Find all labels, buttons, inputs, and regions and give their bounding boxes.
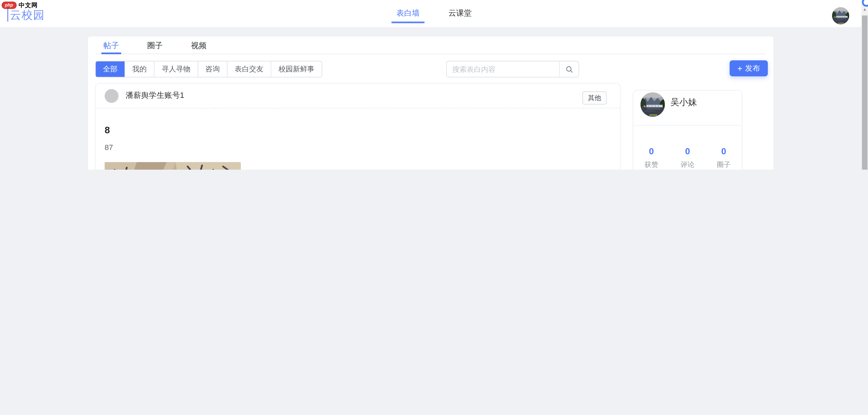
stat-value: 0	[633, 147, 670, 157]
post-category-tag: 其他	[583, 91, 607, 105]
scrollbar-up-arrow[interactable]: ▲	[862, 7, 868, 11]
post-author-name[interactable]: 潘薪舆学生账号1	[126, 91, 184, 101]
filter-all[interactable]: 全部	[96, 62, 125, 77]
app-logo[interactable]: 云校园	[7, 8, 45, 22]
tab-videos[interactable]: 视频	[183, 37, 215, 54]
nav-tab-label: 表白墙	[396, 8, 420, 18]
tab-posts[interactable]: 帖子	[95, 37, 127, 54]
filter-consult[interactable]: 咨询	[197, 62, 227, 77]
filter-button-group: 全部 我的 寻人寻物 咨询 表白交友 校园新鲜事	[95, 61, 322, 77]
stat-label: 圈子	[706, 161, 742, 169]
tab-label: 圈子	[147, 41, 163, 50]
nav-tab-cloud-class[interactable]: 云课堂	[446, 0, 474, 27]
stat-likes[interactable]: 0 获赞	[633, 147, 670, 170]
stat-label: 获赞	[633, 161, 670, 169]
tab-circles[interactable]: 圈子	[139, 37, 171, 54]
top-header: php 中文网 云校园 表白墙 云课堂	[0, 0, 862, 27]
tab-label: 帖子	[103, 41, 119, 50]
post-body: 8 87	[96, 108, 620, 170]
stat-value: 0	[670, 147, 706, 157]
nav-tab-confession-wall[interactable]: 表白墙	[394, 0, 422, 27]
scrollbar-thumb[interactable]	[862, 15, 867, 170]
stat-value: 0	[706, 147, 742, 157]
publish-label: 发布	[745, 63, 760, 73]
php-logo-icon: php	[2, 2, 16, 9]
post-content: 87	[105, 143, 609, 152]
search-button[interactable]	[559, 62, 579, 77]
content-tabs: 帖子 圈子 视频	[95, 37, 766, 54]
post-header: 潘薪舆学生账号1 其他	[96, 83, 620, 108]
profile-avatar[interactable]	[641, 93, 665, 117]
plus-icon: +	[738, 64, 742, 72]
stat-circles[interactable]: 0 圈子	[706, 147, 742, 170]
tab-label: 视频	[191, 41, 207, 50]
filter-campus-news[interactable]: 校园新鲜事	[271, 62, 321, 77]
landscape-avatar-image	[832, 7, 849, 24]
page: php 中文网 云校园 表白墙 云课堂	[0, 0, 868, 170]
filter-mine[interactable]: 我的	[125, 62, 154, 77]
profile-name: 吴小妹	[671, 97, 697, 108]
site-badge-label: 中文网	[19, 1, 37, 9]
main-panel: 帖子 圈子 视频 全部 我的 寻人寻物 咨询 表白交友 校园新鲜事	[88, 37, 773, 170]
stat-label: 评论	[670, 161, 706, 169]
php-site-badge[interactable]: php 中文网	[2, 1, 38, 9]
profile-card-top: 吴小妹	[633, 91, 742, 126]
scrollbar-track[interactable]: ▲ ▼	[862, 0, 868, 170]
post-image-coffee-cups[interactable]	[105, 162, 241, 169]
header-nav: 表白墙 云课堂	[394, 0, 474, 27]
publish-button[interactable]: + 发布	[730, 60, 768, 76]
post-card[interactable]: 潘薪舆学生账号1 其他 8 87	[95, 83, 621, 169]
filter-confession[interactable]: 表白交友	[227, 62, 271, 77]
profile-stats: 0 获赞 0 评论 0 圈子	[633, 126, 742, 170]
post-title: 8	[105, 125, 609, 136]
landscape-avatar-image	[641, 93, 665, 117]
post-author-avatar[interactable]	[105, 89, 119, 103]
nav-tab-label: 云课堂	[448, 8, 472, 18]
profile-card: 吴小妹 0 获赞 0 评论 0 圈子	[633, 90, 743, 169]
filter-lost-found[interactable]: 寻人寻物	[154, 62, 197, 77]
stat-comments[interactable]: 0 评论	[670, 147, 706, 170]
search-input[interactable]	[447, 62, 559, 77]
search-box	[446, 61, 579, 77]
header-user-avatar[interactable]	[832, 7, 849, 24]
search-icon	[565, 65, 574, 73]
